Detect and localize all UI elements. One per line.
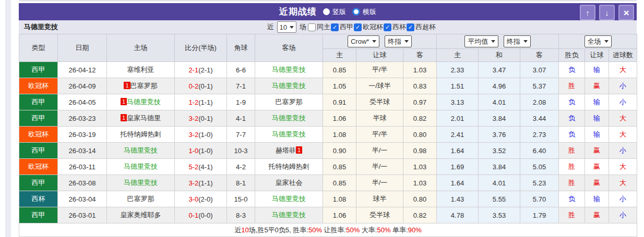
panel-titlebar: 近期战绩 竖版 横版 ↑ ↓ × — [19, 3, 637, 20]
half-score: (0-0) — [198, 211, 212, 219]
crow-away-odds: 1.03 — [403, 62, 437, 78]
score-cell: 3-2(1-1) — [175, 175, 227, 191]
layout-radio-vertical[interactable]: 竖版 — [323, 7, 346, 17]
match-row: 欧冠杯26-04-091巴塞罗那0-2(0-1)7-1马德里竞技1.05一/球半… — [19, 78, 637, 94]
score-cell: 1-0(1-0) — [175, 143, 227, 159]
crow-home-odds: 1.06 — [323, 207, 356, 223]
radio-label: 横版 — [363, 7, 376, 17]
home-team: 1马德里竞技 — [107, 94, 175, 110]
away-team: 马德里竞技 — [255, 62, 323, 78]
team-label: 马德里竞技 — [124, 179, 158, 186]
crow-handicap: 受半球 — [356, 207, 403, 223]
period-select[interactable]: 全场 — [585, 35, 612, 47]
bookmaker-select[interactable]: Crow* — [348, 35, 379, 47]
radio-selected-icon[interactable] — [323, 8, 330, 15]
summary-stat-label: 让胜率: — [322, 226, 346, 234]
checkbox-checked-icon[interactable]: ✓ — [407, 23, 414, 31]
close-button[interactable]: × — [618, 5, 634, 20]
crow-away-odds: 1.03 — [403, 159, 437, 175]
match-type-badge: 欧冠杯 — [19, 127, 58, 143]
column-header-away: 客场 — [255, 34, 323, 62]
move-up-button[interactable]: ↑ — [580, 5, 595, 20]
full-score: 2-1 — [188, 66, 198, 74]
titlebar-buttons: ↑ ↓ × — [580, 5, 634, 20]
result-winlose: 负 — [559, 191, 585, 207]
full-score: 3-0 — [188, 195, 198, 203]
avg-home-odds: 1.64 — [437, 143, 479, 159]
filter-checkbox[interactable]: ✓西超杯 — [407, 22, 436, 32]
avg-home-odds: 1.69 — [437, 159, 479, 175]
crow-handicap: 半/一 — [356, 159, 403, 175]
chevron-down-icon — [372, 40, 376, 43]
match-row: 西甲26-03-14马德里竞技1-0(1-0)10-3赫塔菲10.90半/一0.… — [19, 143, 637, 159]
avg-stage-select[interactable]: 终指 — [504, 35, 531, 47]
full-score: 5-2 — [188, 163, 198, 171]
subcolumn-header: 客 — [403, 49, 437, 62]
result-winlose: 胜 — [559, 159, 585, 175]
match-count-select[interactable]: 10 — [277, 21, 296, 33]
home-team: 1皇家马德里 — [107, 110, 175, 127]
team-label: 马德里竞技 — [272, 66, 306, 73]
crow-home-odds: 0.91 — [323, 94, 356, 110]
avg-away-odds: 3.44 — [520, 110, 559, 127]
match-type-badge: 欧冠杯 — [19, 159, 58, 175]
summary-row: 近10场,胜5平0负5, 胜率:50% 让胜率:50% 大率:50% 单率:90… — [19, 223, 637, 237]
result-goals: 小 — [609, 207, 637, 223]
radio-unselected-icon[interactable] — [352, 8, 360, 16]
match-type-badge: 西甲 — [19, 175, 58, 191]
avg-source-value: 平均值 — [468, 37, 488, 46]
match-row: 西甲26-03-08马德里竞技3-2(1-1)8-1皇家社会0.85半/一1.0… — [19, 175, 637, 191]
checkbox-checked-icon[interactable]: ✓ — [354, 23, 362, 31]
checkbox-checked-icon[interactable]: ✓ — [384, 23, 391, 31]
radio-label: 竖版 — [332, 7, 346, 17]
summary-stat-value: 10 — [241, 226, 248, 234]
result-winlose: 胜 — [559, 78, 585, 94]
home-team: 1巴塞罗那 — [107, 78, 175, 94]
result-goals: 大 — [609, 127, 637, 143]
avg-away-odds: 3.07 — [520, 62, 559, 78]
result-handicap: 赢 — [585, 143, 609, 159]
checkbox-unchecked-icon[interactable] — [308, 23, 316, 31]
score-cell: 0-1(0-0) — [175, 207, 227, 223]
crow-handicap: 受半球 — [356, 94, 403, 110]
checkbox-label: 西甲 — [340, 22, 353, 32]
avg-source-select[interactable]: 平均值 — [464, 35, 498, 47]
score-cell: 3-0(2-0) — [175, 191, 227, 207]
layout-radio-horizontal[interactable]: 横版 — [352, 7, 376, 17]
match-row: 西甲26-04-12塞维利亚2-1(2-1)6-6马德里竞技0.85平/半1.0… — [19, 62, 637, 78]
corner-count: 4-2 — [227, 159, 255, 175]
match-count-value: 10 — [280, 23, 287, 31]
half-score: (4-1) — [198, 163, 212, 171]
corner-count: 10-3 — [227, 143, 255, 159]
title-group: 近期战绩 竖版 横版 — [279, 6, 376, 18]
subcolumn-header: 主 — [323, 49, 356, 62]
half-score: (2-1) — [198, 66, 212, 74]
result-handicap: 输 — [585, 127, 609, 143]
result-goals: 大 — [609, 159, 637, 175]
checkbox-checked-icon[interactable]: ✓ — [331, 23, 339, 31]
filter-checkbox[interactable]: ✓西杯 — [384, 22, 406, 32]
filter-checkbox[interactable]: ✓欧冠杯 — [354, 22, 383, 32]
filter-checkboxes: 同主✓西甲✓欧冠杯✓西杯✓西超杯 — [308, 22, 436, 32]
crow-away-odds: 0.82 — [403, 207, 437, 223]
away-team: 马德里竞技 — [255, 191, 323, 207]
filter-checkbox[interactable]: 同主 — [308, 22, 330, 32]
chevron-down-icon — [523, 40, 528, 43]
match-date: 26-03-23 — [58, 110, 107, 127]
crow-away-odds: 0.98 — [403, 143, 437, 159]
half-score: (0-1) — [198, 82, 212, 90]
result-handicap: 输 — [585, 62, 609, 78]
odds-stage-select[interactable]: 终指 — [385, 35, 412, 47]
result-winlose: 胜 — [559, 175, 585, 191]
filter-checkbox[interactable]: ✓西甲 — [331, 22, 353, 32]
full-score: 0-1 — [188, 211, 198, 219]
result-winlose: 负 — [559, 62, 585, 78]
move-down-button[interactable]: ↓ — [599, 5, 615, 20]
full-score: 1-0 — [188, 147, 198, 155]
result-handicap: 输 — [585, 110, 609, 127]
crow-home-odds: 0.85 — [323, 159, 356, 175]
result-group-header: 全场 — [559, 34, 637, 49]
crow-home-odds: 0.85 — [323, 62, 356, 78]
avg-home-odds: 3.13 — [437, 94, 479, 110]
column-header-home: 主场 — [107, 34, 175, 62]
